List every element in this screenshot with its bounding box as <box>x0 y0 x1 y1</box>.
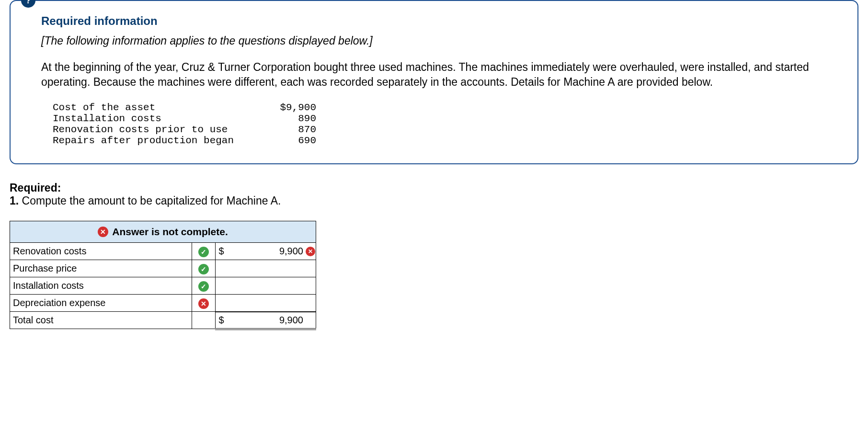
x-icon: ✕ <box>306 247 315 256</box>
applies-note: [The following information applies to th… <box>41 34 827 47</box>
required-number: 1. <box>10 194 19 207</box>
total-label: Total cost <box>10 312 192 329</box>
row-label[interactable]: Purchase price <box>10 260 192 277</box>
required-info-title: Required information <box>41 14 827 28</box>
table-row: Installation costs 890 <box>53 113 827 124</box>
info-box: Required information [The following info… <box>10 0 858 164</box>
required-heading: Required: <box>10 182 858 194</box>
banner-text: Answer is not complete. <box>112 226 228 238</box>
x-icon: ✕ <box>98 227 108 237</box>
check-icon: ✓ <box>198 264 209 274</box>
row-label[interactable]: Depreciation expense <box>10 295 192 312</box>
row-mark-cell: ✓ <box>192 260 216 277</box>
check-icon: ✓ <box>198 281 209 292</box>
row-mark-cell: ✕ <box>192 295 216 312</box>
table-row: Installation costs ✓ <box>10 277 316 295</box>
row-mark-cell <box>192 312 216 329</box>
answer-banner: ✕ Answer is not complete. <box>10 221 316 242</box>
total-amount: 9,900 <box>226 315 305 326</box>
row-mark-cell: ✓ <box>192 243 216 260</box>
table-row: Repairs after production began 690 <box>53 135 827 146</box>
detail-value: $9,900 <box>263 102 316 113</box>
row-label[interactable]: Installation costs <box>10 277 192 295</box>
x-icon: ✕ <box>198 298 209 309</box>
table-row: Depreciation expense ✕ <box>10 295 316 312</box>
table-row: Renovation costs prior to use 870 <box>53 124 827 135</box>
amount-input[interactable]: 9,900 <box>226 246 305 257</box>
table-row: Purchase price ✓ <box>10 260 316 277</box>
detail-label: Renovation costs prior to use <box>53 124 263 135</box>
row-label[interactable]: Renovation costs <box>10 243 192 260</box>
detail-value: 690 <box>263 135 316 146</box>
detail-value: 890 <box>263 113 316 124</box>
required-text: Compute the amount to be capitalized for… <box>19 194 281 207</box>
answer-table: Renovation costs ✓ $ 9,900 ✕ Purchase pr… <box>10 242 316 330</box>
problem-paragraph: At the beginning of the year, Cruz & Tur… <box>41 60 827 90</box>
required-block: Required: 1. Compute the amount to be ca… <box>10 182 858 207</box>
total-row: Total cost $ 9,900 <box>10 312 316 329</box>
detail-label: Cost of the asset <box>53 102 263 113</box>
currency-symbol: $ <box>216 315 226 326</box>
detail-label: Installation costs <box>53 113 263 124</box>
table-row: Cost of the asset $9,900 <box>53 102 827 113</box>
detail-label: Repairs after production began <box>53 135 263 146</box>
table-row: Renovation costs ✓ $ 9,900 ✕ <box>10 243 316 260</box>
detail-value: 870 <box>263 124 316 135</box>
answer-section: ✕ Answer is not complete. Renovation cos… <box>10 221 316 330</box>
currency-symbol: $ <box>216 246 226 257</box>
details-table: Cost of the asset $9,900 Installation co… <box>41 102 827 146</box>
check-icon: ✓ <box>198 247 209 257</box>
row-mark-cell: ✓ <box>192 277 216 295</box>
